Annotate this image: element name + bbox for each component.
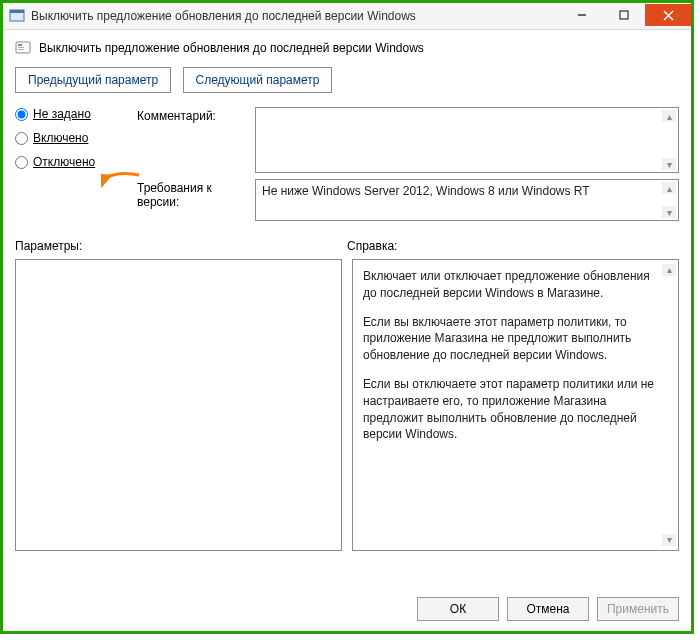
help-label: Справка: — [347, 239, 397, 253]
scroll-down-icon[interactable]: ▾ — [662, 158, 676, 170]
options-label: Параметры: — [15, 239, 347, 253]
scroll-up-icon[interactable]: ▴ — [662, 182, 676, 194]
svg-rect-3 — [620, 11, 628, 19]
radio-disabled[interactable]: Отключено — [15, 155, 137, 169]
options-pane — [15, 259, 342, 551]
requirements-label: Требования к версии: — [137, 181, 255, 209]
ok-button[interactable]: ОК — [417, 597, 499, 621]
next-setting-button[interactable]: Следующий параметр — [183, 67, 333, 93]
window-controls — [561, 4, 691, 26]
scrollbar[interactable]: ▴ ▾ — [662, 110, 676, 170]
help-paragraph: Если вы отключаете этот параметр политик… — [363, 376, 660, 443]
lower-labels: Параметры: Справка: — [15, 239, 679, 253]
lower-panes: Включает или отключает предложение обнов… — [15, 259, 679, 551]
scroll-down-icon[interactable]: ▾ — [662, 534, 676, 546]
svg-rect-9 — [18, 49, 24, 50]
scroll-up-icon[interactable]: ▴ — [662, 110, 676, 122]
state-radios: Не задано Включено Отключено — [15, 107, 137, 221]
radio-enabled[interactable]: Включено — [15, 131, 137, 145]
maximize-button[interactable] — [603, 4, 645, 26]
help-paragraph: Включает или отключает предложение обнов… — [363, 268, 660, 302]
comment-label: Комментарий: — [137, 109, 255, 123]
help-paragraph: Если вы включаете этот параметр политики… — [363, 314, 660, 364]
client-area: Выключить предложение обновления до посл… — [3, 29, 691, 631]
radio-enabled-label: Включено — [33, 131, 88, 145]
svg-rect-1 — [10, 10, 24, 13]
apply-button[interactable]: Применить — [597, 597, 679, 621]
previous-setting-button[interactable]: Предыдущий параметр — [15, 67, 171, 93]
radio-not-configured-label: Не задано — [33, 107, 91, 121]
titlebar: Выключить предложение обновления до посл… — [3, 3, 691, 30]
scroll-down-icon[interactable]: ▾ — [662, 206, 676, 218]
policy-title: Выключить предложение обновления до посл… — [39, 41, 424, 55]
requirements-text: Не ниже Windows Server 2012, Windows 8 и… — [262, 184, 590, 198]
policy-header: Выключить предложение обновления до посл… — [15, 39, 679, 57]
nav-buttons: Предыдущий параметр Следующий параметр — [15, 67, 679, 93]
radio-disabled-input[interactable] — [15, 156, 28, 169]
radio-not-configured-input[interactable] — [15, 108, 28, 121]
close-button[interactable] — [645, 4, 691, 26]
svg-rect-8 — [18, 47, 24, 48]
radio-not-configured[interactable]: Не задано — [15, 107, 137, 121]
radio-disabled-label: Отключено — [33, 155, 95, 169]
state-section: Не задано Включено Отключено Комментарий… — [15, 107, 679, 221]
mid-labels: Комментарий: Требования к версии: — [137, 107, 255, 221]
comment-textarea[interactable]: ▴ ▾ — [255, 107, 679, 173]
dialog-footer: ОК Отмена Применить — [417, 597, 679, 621]
scroll-up-icon[interactable]: ▴ — [662, 264, 676, 276]
mid-boxes: ▴ ▾ Не ниже Windows Server 2012, Windows… — [255, 107, 679, 221]
cancel-button[interactable]: Отмена — [507, 597, 589, 621]
policy-icon — [15, 39, 33, 57]
minimize-button[interactable] — [561, 4, 603, 26]
gpo-editor-dialog: Выключить предложение обновления до посл… — [0, 0, 694, 634]
scrollbar[interactable]: ▴ ▾ — [662, 182, 676, 218]
scrollbar[interactable]: ▴ ▾ — [662, 264, 676, 546]
help-pane: Включает или отключает предложение обнов… — [352, 259, 679, 551]
svg-rect-7 — [18, 44, 22, 46]
app-icon — [9, 8, 25, 24]
radio-enabled-input[interactable] — [15, 132, 28, 145]
requirements-box: Не ниже Windows Server 2012, Windows 8 и… — [255, 179, 679, 221]
window-title: Выключить предложение обновления до посл… — [31, 9, 561, 23]
